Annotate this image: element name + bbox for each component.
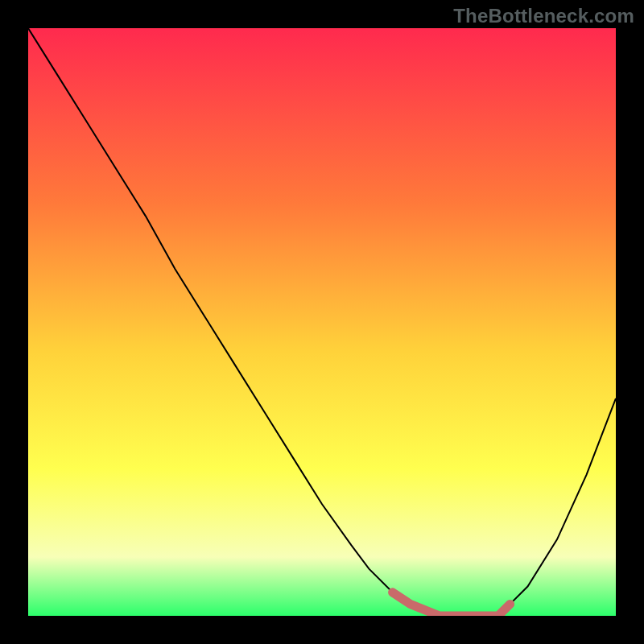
plot-area <box>28 28 616 616</box>
chart-container: TheBottleneck.com <box>0 0 644 644</box>
watermark-text: TheBottleneck.com <box>453 5 634 27</box>
bottleneck-chart <box>28 28 616 616</box>
gradient-background <box>28 28 616 616</box>
